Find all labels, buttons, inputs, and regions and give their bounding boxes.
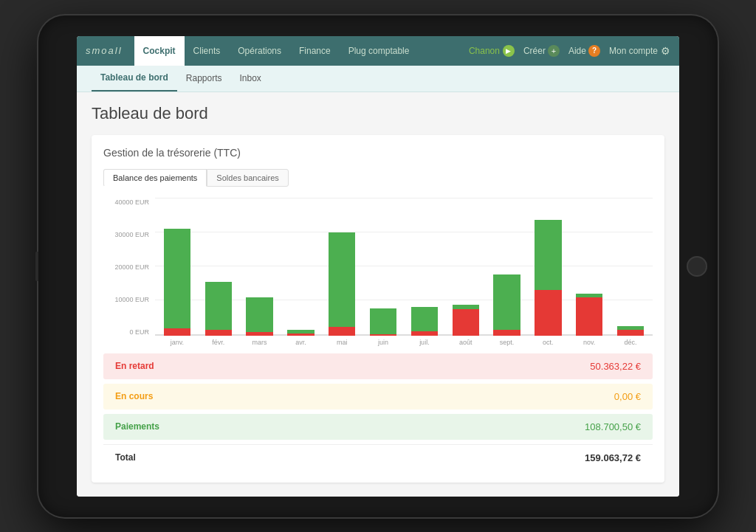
tablet-screen: smoall Cockpit Clients Opérations Financ… [77, 36, 679, 497]
paiements-label: Paiements [115, 421, 585, 432]
en-cours-value: 0,00 € [614, 391, 641, 402]
paiements-value: 108.700,50 € [585, 421, 641, 432]
aide-button[interactable]: Aide ? [568, 45, 600, 57]
summary-paiements: Paiements 108.700,50 € [103, 414, 653, 440]
y-label-2: 20000 EUR [103, 263, 154, 271]
x-label-6: juil. [405, 339, 444, 346]
y-label-3: 30000 EUR [103, 231, 154, 238]
bar-red-2 [246, 332, 272, 336]
bar-group-4 [323, 198, 361, 336]
nav-item-operations[interactable]: Opérations [229, 36, 290, 66]
nav-item-plug[interactable]: Plug comptable [340, 36, 419, 66]
bar-red-11 [617, 330, 644, 336]
home-button[interactable] [687, 256, 707, 277]
bar-group-2 [241, 198, 279, 336]
page-title: Tableau de bord [92, 104, 664, 123]
bar-red-3 [287, 334, 314, 336]
bar-group-0 [158, 198, 196, 336]
x-label-4: mai [323, 339, 361, 346]
logo: smoall [86, 45, 123, 56]
bar-group-10 [570, 198, 608, 336]
bar-green-6 [411, 307, 438, 331]
y-label-4: 40000 EUR [103, 198, 154, 206]
bar-group-11 [611, 198, 650, 336]
tab-group: Balance des paiements Soldes bancaires [103, 169, 653, 187]
sub-nav: Tableau de bord Rapports Inbox [77, 66, 679, 92]
chart-y-labels: 0 EUR 10000 EUR 20000 EUR 30000 EUR 4000… [103, 198, 154, 336]
bar-green-0 [164, 229, 190, 328]
x-label-0: janv. [158, 339, 196, 346]
bar-group-5 [364, 198, 402, 336]
nav-item-finance[interactable]: Finance [290, 36, 340, 66]
bar-group-6 [405, 198, 444, 336]
bar-green-2 [246, 297, 272, 332]
card-title: Gestion de la trésorerie (TTC) [103, 147, 653, 159]
bar-red-7 [453, 309, 479, 336]
nav-right: Chanon ▶ Créer + Aide ? Mon compte ⚙ [469, 45, 670, 57]
total-row: Total 159.063,72 € [103, 444, 653, 471]
en-retard-value: 50.363,22 € [590, 361, 641, 372]
bar-group-8 [488, 198, 526, 336]
subnav-inbox[interactable]: Inbox [231, 65, 270, 91]
x-label-11: déc. [611, 339, 650, 346]
subnav-tableau[interactable]: Tableau de bord [92, 65, 177, 91]
bar-red-4 [329, 327, 355, 336]
bar-group-7 [447, 198, 485, 336]
nav-item-cockpit[interactable]: Cockpit [134, 36, 185, 66]
chart-container: 0 EUR 10000 EUR 20000 EUR 30000 EUR 4000… [103, 198, 653, 353]
bar-red-6 [411, 331, 438, 336]
summary-en-cours: En cours 0,00 € [103, 384, 653, 410]
x-label-8: sept. [488, 339, 526, 346]
bar-green-1 [205, 282, 232, 330]
creer-button[interactable]: Créer + [523, 45, 560, 57]
chart-area [155, 198, 653, 336]
content-area: Tableau de bord Gestion de la trésorerie… [77, 92, 679, 497]
bar-green-4 [329, 232, 355, 327]
en-cours-label: En cours [115, 391, 614, 401]
x-labels: janv.févr.marsavr.maijuinjuil.aoûtsept.o… [155, 336, 653, 346]
bar-group-9 [529, 198, 567, 336]
tab-balance[interactable]: Balance des paiements [103, 169, 207, 187]
chanon-button[interactable]: Chanon ▶ [469, 45, 515, 57]
question-icon: ? [588, 45, 600, 57]
bar-red-5 [370, 334, 396, 336]
tresorerie-card: Gestion de la trésorerie (TTC) Balance d… [92, 135, 664, 483]
subnav-rapports[interactable]: Rapports [177, 65, 231, 91]
x-label-5: juin [364, 339, 402, 346]
y-label-1: 10000 EUR [103, 296, 154, 303]
bar-red-9 [535, 290, 561, 336]
nav-item-clients[interactable]: Clients [185, 36, 230, 66]
tab-soldes[interactable]: Soldes bancaires [207, 169, 288, 187]
top-nav: smoall Cockpit Clients Opérations Financ… [77, 36, 679, 66]
x-label-9: oct. [529, 339, 567, 346]
y-label-0: 0 EUR [103, 328, 154, 336]
bar-green-5 [370, 308, 396, 334]
plus-icon: + [548, 45, 560, 57]
x-label-7: août [447, 339, 485, 346]
bar-green-9 [535, 220, 561, 290]
x-label-1: févr. [199, 339, 238, 346]
bar-red-8 [493, 330, 520, 336]
bar-red-0 [164, 328, 190, 336]
bar-red-1 [205, 330, 232, 336]
gear-icon: ⚙ [661, 45, 670, 57]
mon-compte-button[interactable]: Mon compte ⚙ [609, 45, 670, 57]
x-label-3: avr. [281, 339, 320, 346]
bar-green-8 [493, 274, 520, 330]
summary-en-retard: En retard 50.363,22 € [103, 353, 653, 379]
total-label: Total [115, 452, 585, 463]
bar-group-1 [199, 198, 238, 336]
en-retard-label: En retard [115, 361, 590, 371]
tablet-frame: smoall Cockpit Clients Opérations Financ… [38, 15, 718, 517]
bars-row [155, 198, 653, 336]
bar-group-3 [281, 198, 320, 336]
bar-red-10 [576, 297, 602, 336]
x-label-2: mars [241, 339, 279, 346]
total-value: 159.063,72 € [585, 452, 641, 463]
x-label-10: nov. [570, 339, 608, 346]
nav-items: Cockpit Clients Opérations Finance Plug … [134, 36, 469, 66]
chanon-circle-icon: ▶ [503, 45, 515, 57]
